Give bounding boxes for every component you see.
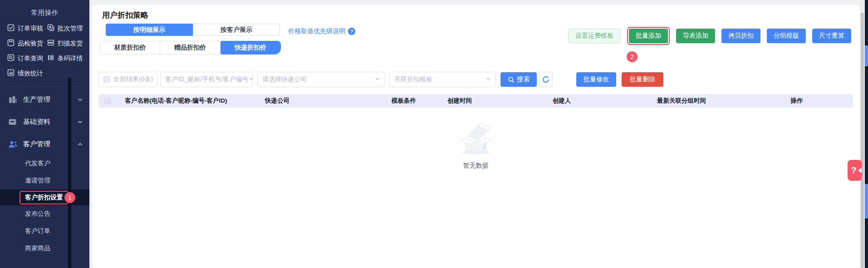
price-priority-link[interactable]: 价格取值优先级说明 ?: [288, 27, 355, 35]
refresh-button[interactable]: [539, 72, 553, 87]
collapse-arrow-icon: [858, 168, 862, 173]
empty-state: 暂无数据: [98, 122, 853, 170]
sidebar-item-active[interactable]: 客户折扣设置1: [0, 189, 89, 205]
sidebar-section[interactable]: 基础资料: [0, 111, 89, 133]
action-button[interactable]: 设置运费模板: [568, 29, 621, 43]
filter-dropdown[interactable]: 请选择快递公司: [257, 72, 385, 87]
chevron-down-icon: [375, 76, 380, 83]
column-header: 操作: [791, 94, 803, 108]
column-header: 快递公司: [265, 94, 289, 108]
action-button[interactable]: 批量添加: [629, 29, 668, 43]
highlight-frame: 批量添加: [627, 27, 670, 45]
filter-dropdown[interactable]: 关联折扣模板: [389, 72, 496, 87]
sidebar-section[interactable]: 客户管理: [0, 133, 89, 155]
chevron-down-icon: [77, 119, 83, 125]
dropdown-placeholder: 请选择快递公司: [262, 75, 307, 84]
column-header: 创建时间: [447, 94, 472, 108]
quick-ops-header: 常用操作: [0, 0, 89, 17]
action-button[interactable]: 尺寸重算: [812, 29, 851, 43]
sidebar-item-sub[interactable]: 发布公告: [0, 205, 89, 223]
quick-op-label: 品检验货: [18, 40, 43, 48]
column-header: 创建人: [553, 94, 571, 108]
sidebar-subitem-label: 商家商品: [25, 244, 50, 253]
right-rail: [865, 0, 868, 268]
quick-op-scan-ship[interactable]: 扫描发货: [47, 39, 85, 48]
select-all-checkbox[interactable]: [104, 98, 111, 104]
rail-segment: [865, 45, 868, 66]
sidebar-subitems: 代发客户邀请管理客户折扣设置1发布公告客户订单商家商品: [0, 155, 89, 257]
sidebar-scrollbar-thumb[interactable]: [68, 77, 71, 268]
all-results-checkbox[interactable]: [103, 76, 110, 83]
action-button[interactable]: 导表添加: [676, 29, 715, 43]
batch-manage-icon: [47, 24, 54, 33]
quick-op-label: 绩效统计: [18, 69, 43, 78]
vertical-scrollbar-thumb[interactable]: [861, 13, 864, 268]
discount-type-tab-group: 材质折扣价赠品折扣价快递折扣价: [100, 41, 281, 55]
sidebar-item-sub[interactable]: 商家商品: [0, 240, 89, 257]
scan-ship-icon: [47, 39, 54, 48]
discount-type-tab[interactable]: 材质折扣价: [100, 41, 160, 55]
dropdown-placeholder: 关联折扣模板: [394, 75, 432, 84]
barcode-icon: [47, 54, 54, 63]
quick-op-performance[interactable]: 绩效统计: [7, 69, 45, 78]
quick-op-order-search[interactable]: 订单查询: [7, 54, 45, 63]
discount-type-tab[interactable]: 快递折扣价: [221, 41, 281, 55]
production-icon: [8, 95, 17, 104]
quick-op-barcode[interactable]: 条码详情: [47, 54, 85, 63]
notification-badge: 1: [64, 192, 75, 203]
sidebar-sections: 生产管理基础资料客户管理: [0, 89, 89, 155]
sidebar-subitem-label: 代发客户: [25, 159, 50, 168]
dropdown-placeholder: 客户ID_昵称/手机号/客户编号: [165, 75, 249, 84]
sidebar-subitem-label: 发布公告: [25, 210, 50, 218]
main-panel: 用户折扣策略 按明细展示按客户展示 价格取值优先级说明 ? 设置运费模板批量添加…: [92, 5, 860, 268]
page-title: 用户折扣策略: [102, 10, 148, 20]
view-tab[interactable]: 按明细展示: [106, 24, 193, 36]
column-header: 模板条件: [392, 94, 416, 108]
quality-check-icon: [7, 39, 15, 48]
quick-op-label: 条码详情: [58, 55, 83, 63]
help-question-label: ?: [851, 165, 857, 176]
batch-edit-button[interactable]: 批量修改: [576, 72, 616, 87]
action-button[interactable]: 拷贝折扣: [721, 29, 760, 43]
all-results-box: 全部结果(0条): [98, 72, 158, 87]
column-header: 客户名称(电话-客户昵称-编号-客户ID): [125, 94, 227, 108]
sidebar-item-sub[interactable]: 邀请管理: [0, 172, 89, 189]
price-priority-label: 价格取值优先级说明: [288, 27, 345, 35]
sidebar-item-sub[interactable]: 代发客户: [0, 155, 89, 172]
search-button[interactable]: 搜索: [500, 72, 537, 87]
quick-op-label: 扫描发货: [58, 40, 83, 48]
batch-delete-button[interactable]: 批量删除: [622, 72, 663, 87]
action-button-row: 设置运费模板批量添加导表添加拷贝折扣分组模版尺寸重算: [568, 27, 851, 45]
sidebar-subitem-label: 客户折扣设置: [20, 191, 69, 204]
view-tab[interactable]: 按客户展示: [193, 24, 280, 36]
view-tab-group: 按明细展示按客户展示: [106, 24, 280, 36]
step-badge-2: 2: [627, 51, 638, 62]
quick-ops-grid: 订单审核批次管理品检验货扫描发货订单查询条码详情绩效统计: [0, 17, 89, 78]
sidebar-subitem-label: 邀请管理: [25, 177, 50, 185]
rail-segment: [865, 184, 868, 218]
quick-op-batch-manage[interactable]: 批次管理: [47, 24, 85, 33]
sidebar-section[interactable]: 生产管理: [0, 89, 89, 110]
discount-type-tab[interactable]: 赠品折扣价: [160, 41, 221, 55]
sidebar: 常用操作 订单审核批次管理品检验货扫描发货订单查询条码详情绩效统计 生产管理基础…: [0, 0, 89, 268]
quick-op-label: 批次管理: [58, 25, 83, 33]
help-button[interactable]: ?: [848, 160, 862, 181]
customer-icon: [8, 140, 17, 149]
sidebar-item-sub[interactable]: 客户订单: [0, 223, 89, 240]
question-icon[interactable]: ?: [348, 28, 355, 35]
filter-row: 全部结果(0条) 客户ID_昵称/手机号/客户编号请选择快递公司关联折扣模板 搜…: [98, 72, 663, 87]
filter-dropdown[interactable]: 客户ID_昵称/手机号/客户编号: [160, 72, 253, 87]
refresh-icon: [542, 75, 550, 84]
chevron-down-icon: [249, 76, 254, 83]
vertical-scrollbar-track: [860, 0, 865, 268]
quick-op-order-audit[interactable]: 订单审核: [7, 24, 45, 33]
sidebar-divider: [5, 86, 84, 87]
quick-op-quality-check[interactable]: 品检验货: [7, 39, 45, 48]
order-search-icon: [7, 54, 15, 63]
performance-icon: [7, 69, 15, 78]
order-audit-icon: [7, 24, 15, 33]
action-button[interactable]: 分组模版: [767, 29, 806, 43]
sidebar-subitem-label: 客户订单: [25, 227, 50, 235]
search-icon: [508, 76, 515, 83]
empty-box-icon: [456, 122, 496, 155]
